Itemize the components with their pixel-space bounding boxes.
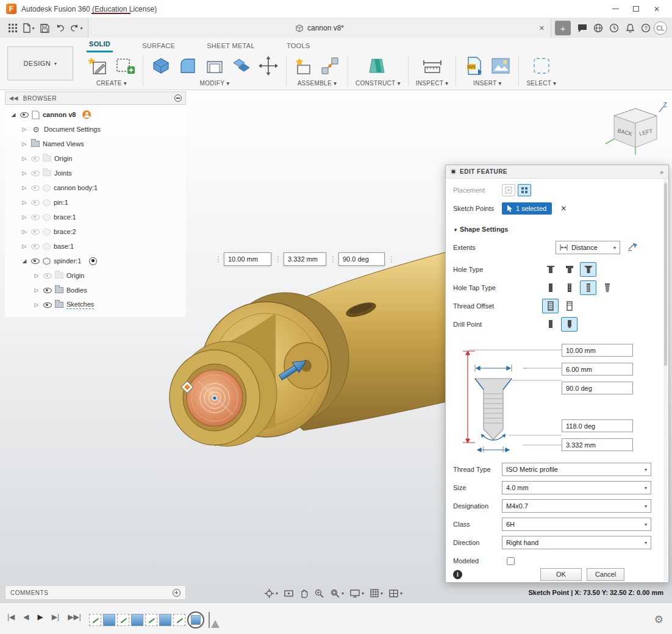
visibility-eye-icon[interactable] — [31, 258, 40, 264]
pan-button[interactable] — [299, 588, 309, 598]
designation-dropdown[interactable]: M4x0.7 ▾ — [502, 499, 651, 513]
tab-tools[interactable]: TOOLS — [284, 40, 313, 52]
depth-dimension-input[interactable] — [224, 252, 271, 266]
file-menu-button[interactable]: ▾ — [21, 21, 37, 35]
tap-type-simple-toggle[interactable] — [542, 280, 559, 295]
help-icon[interactable]: ? — [638, 21, 654, 35]
timeline-feature-sketch[interactable] — [117, 614, 129, 626]
cancel-button[interactable]: Cancel — [587, 568, 624, 581]
app-grid-icon[interactable] — [5, 21, 21, 35]
measure-icon[interactable] — [421, 57, 443, 77]
hole-diameter-input[interactable] — [562, 438, 633, 451]
document-tab[interactable]: cannon v8* ✕ — [88, 18, 551, 38]
construction-plane-icon[interactable] — [366, 55, 390, 78]
canvas-image-icon[interactable] — [490, 57, 511, 77]
joint-icon[interactable] — [320, 55, 340, 78]
tree-item-bodies[interactable]: ▷ Bodies — [5, 283, 186, 297]
toolbar-grip-icon[interactable]: ⋮ — [274, 255, 281, 263]
direction-dropdown[interactable]: Right hand ▾ — [502, 536, 651, 549]
tree-item-brace-2[interactable]: ▷ brace:2 — [5, 224, 186, 239]
visibility-eye-icon[interactable] — [31, 244, 40, 249]
tree-item-spinder-origin[interactable]: ▷ Origin — [5, 268, 186, 283]
redo-button[interactable]: ▾ — [68, 21, 84, 35]
fillet-icon[interactable] — [177, 55, 198, 78]
new-component-create-icon[interactable] — [115, 55, 135, 78]
group-assemble-label[interactable]: ASSEMBLE ▾ — [298, 80, 337, 87]
expand-icon[interactable]: ▷ — [21, 214, 28, 220]
zoom-window-button[interactable]: ▾ — [330, 588, 344, 599]
viewcube[interactable]: Z BACK LEFT — [601, 98, 669, 158]
select-icon[interactable] — [531, 55, 552, 78]
expand-icon[interactable]: ▷ — [21, 170, 28, 176]
visibility-eye-icon[interactable] — [20, 112, 29, 118]
sketch-points-selection-chip[interactable]: 1 selected — [502, 202, 552, 215]
timeline-feature-extrude[interactable] — [131, 614, 143, 626]
countersink-angle-input[interactable] — [562, 382, 633, 394]
tree-item-origin[interactable]: ▷ Origin — [5, 151, 186, 166]
group-select-label[interactable]: SELECT ▾ — [526, 80, 556, 87]
visibility-eye-icon[interactable] — [31, 171, 40, 176]
drill-point-flat-toggle[interactable] — [542, 317, 559, 332]
zoom-button[interactable] — [314, 588, 324, 599]
minimize-button[interactable] — [606, 2, 624, 16]
design-menu-button[interactable]: DESIGN▾ — [7, 46, 73, 80]
expand-icon[interactable]: ▷ — [33, 287, 40, 293]
history-clock-icon[interactable] — [606, 21, 622, 35]
expand-icon[interactable]: ▷ — [21, 141, 28, 147]
clear-selection-icon[interactable]: ✕ — [560, 204, 567, 213]
expand-dialog-icon[interactable]: » — [660, 168, 663, 176]
tree-item-brace-1[interactable]: ▷ brace:1 — [5, 210, 186, 224]
visibility-eye-icon[interactable] — [43, 273, 52, 279]
press-pull-icon[interactable] — [151, 55, 171, 78]
insert-svg-icon[interactable]: SVG — [463, 55, 484, 78]
visibility-eye-icon[interactable] — [43, 288, 52, 293]
grid-display-button[interactable]: ▾ — [370, 588, 383, 598]
tree-item-cannon-body[interactable]: ▷ cannon body:1 — [5, 180, 186, 195]
look-at-button[interactable] — [284, 589, 294, 598]
expand-icon[interactable]: ▷ — [33, 302, 40, 308]
info-icon[interactable]: i — [453, 570, 462, 579]
timeline-feature-sketch[interactable] — [173, 614, 185, 626]
visibility-eye-icon[interactable] — [31, 200, 40, 205]
expand-icon[interactable]: ▷ — [21, 126, 28, 132]
visibility-eye-icon[interactable] — [31, 156, 40, 162]
timeline-feature-sketch[interactable] — [89, 614, 101, 626]
step-forward-button[interactable]: ▶| — [52, 613, 59, 621]
viewports-button[interactable]: ▾ — [388, 589, 402, 598]
maximize-button[interactable] — [627, 2, 645, 16]
tree-item-pin[interactable]: ▷ pin:1 — [5, 195, 186, 210]
collapse-panel-icon[interactable]: ◀◀ — [9, 95, 18, 101]
hole-type-countersink-toggle[interactable] — [580, 262, 596, 277]
tap-type-taper-tapped-toggle[interactable] — [599, 280, 615, 295]
timeline-feature-extrude[interactable] — [103, 614, 115, 626]
expand-icon[interactable]: ◢ — [21, 258, 28, 264]
orbit-button[interactable]: ▾ — [264, 588, 278, 599]
flip-direction-icon[interactable] — [627, 242, 638, 253]
diameter-dimension-input[interactable] — [284, 252, 326, 266]
toolbar-grip-icon[interactable]: ⋮ — [388, 255, 394, 263]
thread-offset-to-depth-toggle[interactable] — [561, 299, 577, 313]
size-dropdown[interactable]: 4.0 mm ▾ — [502, 481, 651, 494]
visibility-eye-icon[interactable] — [31, 185, 40, 191]
countersink-diameter-input[interactable] — [562, 363, 633, 376]
timeline-rollback-marker[interactable] — [209, 612, 220, 628]
expand-icon[interactable]: ◢ — [10, 112, 17, 118]
comments-panel[interactable]: COMMENTS — [5, 585, 186, 600]
expand-icon[interactable]: ▷ — [21, 229, 28, 235]
thread-type-dropdown[interactable]: ISO Metric profile ▾ — [502, 463, 651, 476]
timeline-feature-hole-current[interactable] — [187, 611, 204, 629]
drill-point-angle-input[interactable] — [562, 419, 633, 432]
modeled-checkbox[interactable] — [507, 557, 515, 565]
document-tab-close-icon[interactable]: ✕ — [539, 24, 545, 32]
expand-icon[interactable]: ▷ — [21, 243, 28, 249]
go-to-end-button[interactable]: ▶▶| — [68, 613, 81, 621]
job-status-globe-icon[interactable] — [590, 21, 606, 35]
hole-type-simple-toggle[interactable] — [542, 262, 559, 277]
tap-type-clearance-toggle[interactable] — [561, 280, 577, 295]
tab-solid[interactable]: SOLID — [87, 38, 113, 52]
ok-button[interactable]: OK — [540, 568, 582, 581]
tree-item-joints[interactable]: ▷ Joints — [5, 166, 186, 180]
tree-item-base[interactable]: ▷ base:1 — [5, 239, 186, 254]
notifications-bell-icon[interactable] — [622, 21, 638, 35]
group-create-label[interactable]: CREATE ▾ — [96, 80, 127, 87]
